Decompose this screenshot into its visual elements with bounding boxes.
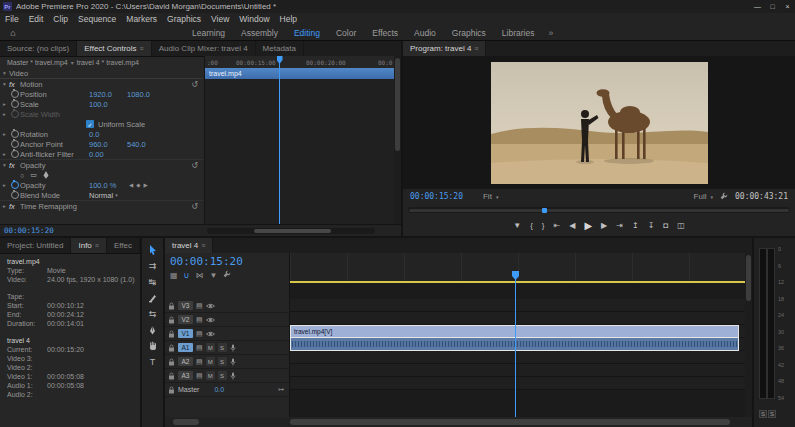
menu-sequence[interactable]: Sequence: [73, 14, 121, 24]
stopwatch-icon[interactable]: [11, 181, 19, 189]
workspace-assembly[interactable]: Assembly: [233, 28, 286, 38]
twirl-closed-icon[interactable]: ▸: [0, 151, 9, 157]
workspace-effects[interactable]: Effects: [364, 28, 406, 38]
pen-tool[interactable]: [144, 323, 161, 337]
tab-source-monitor[interactable]: Source: (no clips): [0, 41, 77, 56]
tab-info[interactable]: Info ≡: [71, 238, 106, 253]
twirl-closed-icon[interactable]: ▸: [0, 131, 9, 137]
menu-file[interactable]: File: [0, 14, 24, 24]
rotation-value[interactable]: 0.0: [89, 130, 127, 139]
tab-effect-controls[interactable]: Effect Controls ≡: [77, 41, 151, 56]
effect-controls-vertical-scrollbar[interactable]: [394, 56, 401, 225]
workspace-audio[interactable]: Audio: [406, 28, 444, 38]
solo-button[interactable]: S: [218, 343, 227, 352]
twirl-closed-icon[interactable]: ▸: [0, 203, 9, 209]
stopwatch-icon[interactable]: [11, 90, 19, 98]
home-icon[interactable]: ⌂: [0, 28, 26, 38]
sync-lock-icon[interactable]: ▤: [196, 358, 203, 366]
stopwatch-icon[interactable]: [11, 140, 19, 148]
settings-wrench-icon[interactable]: [720, 192, 728, 202]
program-current-timecode[interactable]: 00:00:15:20: [410, 192, 463, 201]
export-frame-button[interactable]: ◘: [663, 221, 668, 230]
master-clip-name[interactable]: Master * travel.mp4: [7, 59, 68, 66]
anchor-y-value[interactable]: 540.0: [127, 140, 165, 149]
collapse-icon[interactable]: ▾: [0, 70, 9, 76]
menu-edit[interactable]: Edit: [24, 14, 49, 24]
play-button[interactable]: ▶: [584, 220, 592, 231]
master-level-value[interactable]: 0.0: [214, 386, 224, 393]
reset-icon[interactable]: ↺: [191, 161, 198, 170]
add-marker-icon[interactable]: ▼: [209, 271, 217, 280]
selection-tool[interactable]: [144, 243, 161, 257]
rectangle-mask-icon[interactable]: ▭: [30, 171, 37, 179]
microphone-icon[interactable]: [230, 372, 236, 380]
scale-value[interactable]: 100.0: [89, 100, 127, 109]
effect-controls-horizontal-scrollbar[interactable]: [207, 228, 375, 234]
next-keyframe-icon[interactable]: ▶: [143, 182, 147, 188]
position-x-value[interactable]: 1920.0: [89, 90, 127, 99]
program-playhead-marker[interactable]: [542, 208, 547, 213]
close-button[interactable]: ×: [780, 3, 795, 10]
time-remapping-row[interactable]: ▸ fx Time Remapping ↺: [0, 200, 203, 211]
twirl-open-icon[interactable]: ▾: [0, 81, 9, 87]
microphone-icon[interactable]: [230, 344, 236, 352]
menu-markers[interactable]: Markers: [121, 14, 162, 24]
tab-audio-clip-mixer[interactable]: Audio Clip Mixer: travel 4: [152, 41, 256, 56]
workspace-graphics[interactable]: Graphics: [444, 28, 494, 38]
stopwatch-icon[interactable]: [11, 191, 19, 199]
program-video-frame[interactable]: [491, 62, 708, 184]
tab-effects[interactable]: Effec: [107, 238, 140, 253]
track-visibility-eye-icon[interactable]: [206, 317, 215, 323]
track-select-forward-tool[interactable]: ⇉: [144, 259, 161, 273]
go-to-out-button[interactable]: ⇥: [616, 221, 623, 230]
comparison-view-button[interactable]: ◫: [677, 221, 685, 230]
menu-window[interactable]: Window: [234, 14, 274, 24]
track-target-button[interactable]: V2: [178, 315, 193, 324]
reset-icon[interactable]: ↺: [191, 80, 198, 89]
stopwatch-icon[interactable]: [11, 150, 19, 158]
master-fit-icon[interactable]: ↦: [278, 386, 284, 394]
ellipse-mask-icon[interactable]: ○: [20, 172, 24, 179]
twirl-closed-icon[interactable]: ▸: [0, 101, 9, 107]
tab-sequence-travel4[interactable]: travel 4 ≡: [165, 238, 213, 253]
timeline-playhead[interactable]: [515, 271, 516, 417]
timeline-current-timecode[interactable]: 00:00:15:20: [165, 253, 289, 269]
snap-icon[interactable]: ∪: [184, 271, 190, 280]
stopwatch-icon[interactable]: [11, 100, 19, 108]
sync-lock-icon[interactable]: ▤: [196, 330, 203, 338]
track-target-button[interactable]: V3: [178, 301, 193, 310]
go-to-in-button[interactable]: ⇤: [554, 221, 561, 230]
mark-out-button[interactable]: }: [542, 221, 545, 230]
program-seek-bar[interactable]: [408, 207, 790, 213]
solo-right-button[interactable]: S: [768, 410, 776, 418]
panel-menu-icon[interactable]: ≡: [201, 242, 205, 249]
slip-tool[interactable]: ⇆: [144, 307, 161, 321]
sync-lock-icon[interactable]: ▤: [196, 302, 203, 310]
lock-icon[interactable]: [168, 330, 175, 338]
track-target-button[interactable]: A2: [178, 357, 193, 366]
tab-project[interactable]: Project: Untitled: [0, 238, 71, 253]
track-visibility-eye-icon[interactable]: [206, 303, 215, 309]
track-target-button[interactable]: A3: [178, 371, 193, 380]
reset-icon[interactable]: ↺: [191, 202, 198, 211]
sync-lock-icon[interactable]: ▤: [196, 344, 203, 352]
mute-button[interactable]: M: [206, 343, 215, 352]
stopwatch-icon[interactable]: [11, 130, 19, 138]
microphone-icon[interactable]: [230, 358, 236, 366]
twirl-open-icon[interactable]: ▾: [0, 162, 9, 168]
lock-icon[interactable]: [168, 386, 175, 394]
linked-selection-icon[interactable]: ⋈: [195, 271, 203, 280]
track-header-scrollbar[interactable]: [173, 419, 199, 425]
pen-mask-icon[interactable]: [43, 171, 49, 180]
opacity-value[interactable]: 100.0 %: [89, 181, 127, 190]
solo-button[interactable]: S: [218, 357, 227, 366]
lock-icon[interactable]: [168, 372, 175, 380]
lock-icon[interactable]: [168, 344, 175, 352]
zoom-level-select[interactable]: Fit ▾: [483, 192, 498, 201]
timeline-settings-wrench-icon[interactable]: [223, 270, 231, 280]
type-tool[interactable]: T: [144, 355, 161, 369]
anchor-x-value[interactable]: 960.0: [89, 140, 127, 149]
anti-flicker-value[interactable]: 0.00: [89, 150, 127, 159]
maximize-button[interactable]: □: [765, 3, 780, 10]
hand-tool[interactable]: [144, 339, 161, 353]
